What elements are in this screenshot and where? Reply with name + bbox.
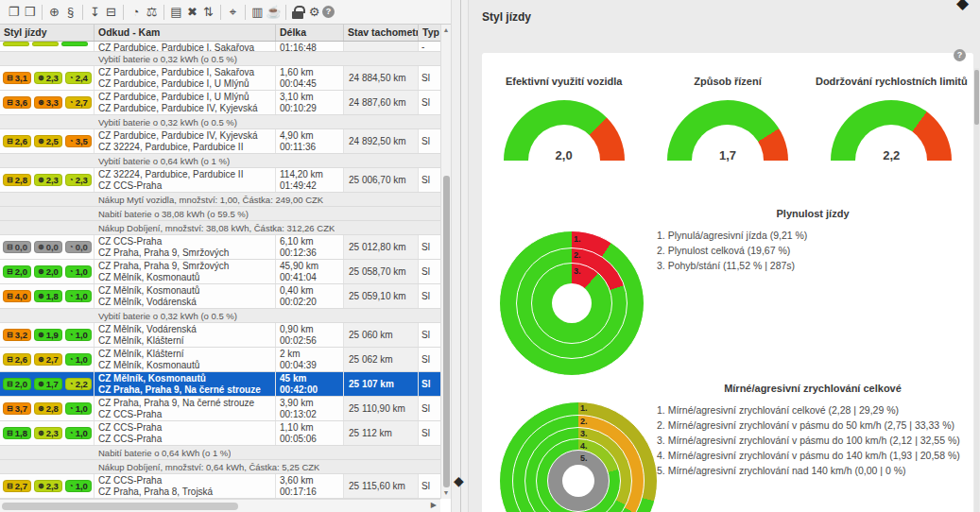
table-horizontal-scrollbar[interactable]: ▶ — [0, 499, 440, 512]
vertical-scroll-thumb[interactable] — [443, 176, 450, 487]
collapse-panel-icon[interactable]: ◆ — [956, 0, 969, 13]
duration: 00:42:00 — [280, 384, 343, 396]
copy-icon[interactable]: ❐ — [6, 4, 22, 21]
table-vertical-scrollbar[interactable]: ▲ ▼ — [440, 25, 451, 499]
event-row[interactable]: Nabití baterie o 0,64 kWh (o 1 %) — [0, 446, 440, 460]
speed-score-badge: ◔1,0 — [65, 329, 92, 341]
trip-row[interactable]: ⊟⊛◔CZ Pardubice, Pardubice I, Sakařova01… — [0, 42, 440, 52]
toolbar-separator — [163, 5, 164, 20]
panel-splitter[interactable]: ◆ — [451, 0, 469, 512]
download-icon[interactable]: ↧ — [87, 4, 103, 21]
trip-row[interactable]: ⊟0,0⊛0,0◔0,0CZ CCS-PrahaCZ Praha, Praha … — [0, 235, 440, 260]
accel-donut-slot: 1.2.3.4.5. — [499, 401, 658, 512]
trip-type: Sl — [419, 66, 440, 90]
toolbar-separator — [220, 5, 221, 20]
card-help-icon[interactable]: ? — [954, 49, 966, 61]
trip-type: Sl — [419, 397, 440, 420]
odometer — [344, 42, 419, 51]
event-row[interactable]: Nákup Dobíjení, množství: 38,08 kWh, Čás… — [0, 221, 440, 235]
car-score-badge: ⊟4,0 — [3, 290, 31, 302]
scales-icon[interactable]: ⚖ — [144, 4, 160, 21]
print-icon[interactable]: ⊟ — [103, 4, 119, 21]
event-text: Nákup Dobíjení, množství: 0,64 kWh, Část… — [0, 460, 319, 473]
horizontal-scroll-thumb[interactable] — [2, 503, 238, 510]
header-delka[interactable]: Délka — [276, 25, 344, 41]
trip-row[interactable]: ⊟3,1⊛2,3◔2,4CZ Pardubice, Pardubice I, S… — [0, 66, 440, 91]
help-icon[interactable]: ? — [322, 6, 335, 18]
event-row[interactable]: Nabití baterie o 38,08 kWh (o 59.5 %) — [0, 207, 440, 221]
trip-row[interactable]: ⊟3,2⊛1,9◔1,0CZ Mělník, VodárenskáCZ Měln… — [0, 323, 440, 348]
trip-row[interactable]: ⊟2,7⊛2,3◔1,0CZ CCS-PrahaCZ Praha, Praha … — [0, 474, 440, 499]
odometer: 25 110,90 km — [344, 397, 419, 420]
header-stav-tachometru[interactable]: Stav tachometru — [344, 25, 419, 41]
paste-icon[interactable]: ❒ — [22, 4, 38, 21]
distance: 45 km — [280, 373, 343, 384]
route-cancel-icon[interactable]: ✖ — [184, 4, 200, 21]
event-text: Vybití baterie o 0,32 kWh (o 0.5 %) — [0, 115, 237, 128]
trip-row[interactable]: ⊟2,6⊛2,5◔3,5CZ Pardubice, Pardubice IV, … — [0, 129, 440, 154]
trip-row[interactable]: ⊟2,0⊛2,0◔1,0CZ Praha, Praha 9, Smržových… — [0, 260, 440, 284]
steering-wheel-icon: ⊛ — [38, 293, 44, 300]
from-location: CZ Mělník, Klášterní — [98, 349, 275, 360]
location-pin-icon[interactable]: ⌖ — [225, 4, 241, 21]
event-row[interactable]: Vybití baterie o 0,32 kWh (o 0.5 %) — [0, 115, 440, 129]
trip-row[interactable]: ⊟4,0⊛1,8◔1,0CZ Mělník, KosmonautůCZ Měln… — [0, 284, 440, 309]
gauge-value: 2,2 — [831, 148, 952, 162]
header-styl-jizdy[interactable]: Styl jízdy — [0, 25, 95, 41]
archive-icon[interactable]: ▤ — [168, 4, 184, 21]
trip-row-selected[interactable]: ⊟2,0⊛1,7◔2,2CZ Mělník, KosmonautůCZ Prah… — [0, 372, 440, 397]
car-icon: ⊟ — [7, 293, 13, 300]
legend-item: 1. Mírné/agresivní zrychlování celkové (… — [657, 402, 969, 418]
car-icon: ⊟ — [7, 356, 13, 364]
trip-row[interactable]: ⊟2,8⊛2,3◔2,3CZ 32224, Pardubice, Pardubi… — [0, 168, 440, 193]
id-card-icon[interactable]: ▥ — [249, 4, 266, 21]
header-typ[interactable]: Typ — [419, 25, 440, 41]
smoothness-title: Plynulost jízdy — [657, 208, 969, 219]
settings-icon[interactable]: ⚙ — [306, 4, 322, 21]
trip-type: Sl — [419, 260, 440, 283]
event-row[interactable]: Vybití baterie o 0,32 kWh (o 0.5 %) — [0, 52, 440, 66]
odometer: 25 115,60 km — [344, 474, 419, 498]
event-text: Vybití baterie o 0,32 kWh (o 0.5 %) — [0, 309, 237, 322]
attach-icon[interactable]: § — [62, 4, 78, 21]
to-location: CZ Mělník, Klášterní — [98, 335, 275, 347]
steering-wheel-icon: ⊛ — [38, 268, 44, 276]
trip-type: Sl — [419, 91, 440, 114]
wheel-score-badge: ⊛2,3 — [34, 174, 62, 186]
legend-item: 4. Mírné/agresivní zrychlování v pásmu d… — [657, 448, 969, 463]
speedometer-icon[interactable]: ◔ — [128, 4, 144, 21]
trip-type: Sl — [419, 474, 440, 498]
car-icon: ⊟ — [7, 268, 13, 276]
event-row[interactable]: Nákup Mytí vozidla, množství: 1,00, Část… — [0, 193, 440, 207]
panel-scroll-thumb[interactable] — [974, 70, 979, 125]
wheel-score-badge: ⊛0,0 — [34, 241, 62, 253]
trip-row[interactable]: ⊟1,8⊛2,3◔1,0CZ CCS-PrahaCZ CCS-Praha1,10… — [0, 421, 440, 446]
steering-wheel-icon: ⊛ — [38, 138, 44, 145]
scroll-down-icon[interactable]: ▼ — [441, 487, 451, 498]
event-row[interactable]: Vybití baterie o 0,32 kWh (o 0.5 %) — [0, 309, 440, 323]
from-location: CZ Pardubice, Pardubice IV, Kyjevská — [98, 130, 275, 142]
splitter-handle-icon[interactable]: ◆ — [454, 473, 464, 488]
speedometer-icon: ◔ — [69, 483, 74, 490]
trip-row[interactable]: ⊟2,6⊛2,7◔1,0CZ Mělník, KlášterníCZ Mělní… — [0, 348, 440, 372]
scroll-right-icon[interactable]: ▶ — [431, 501, 437, 509]
trip-type: Sl — [419, 372, 440, 396]
lock-icon[interactable] — [290, 4, 306, 21]
from-location: CZ CCS-Praha — [98, 236, 275, 247]
attach-add-icon[interactable]: ⊕ — [46, 4, 62, 21]
trip-type: Sl — [419, 168, 440, 192]
ring-label: 1. — [580, 403, 588, 413]
event-row[interactable]: Nákup Dobíjení, množství: 0,64 kWh, Část… — [0, 460, 440, 474]
sort-arrows-icon[interactable]: ⇅ — [200, 4, 216, 21]
panel-scrollbar[interactable] — [974, 68, 979, 512]
to-location: CZ Mělník, Kosmonautů — [98, 360, 275, 371]
trip-row[interactable]: ⊟3,7⊛2,8◔1,0CZ Praha, Praha 9, Na černé … — [0, 397, 440, 421]
car-score-badge: ⊟3,2 — [3, 329, 31, 341]
header-odkud-kam[interactable]: Odkud - Kam — [95, 25, 276, 41]
trip-type: - — [419, 42, 440, 51]
panel-title: Styl jízdy — [482, 10, 531, 24]
trip-row[interactable]: ⊟3,6⊛3,3◔2,7CZ Pardubice, Pardubice I, U… — [0, 91, 440, 115]
report-icon[interactable]: ☕ — [266, 4, 282, 21]
scroll-up-icon[interactable]: ▲ — [441, 25, 451, 35]
event-row[interactable]: Vybití baterie o 0,64 kWh (o 1 %) — [0, 154, 440, 168]
